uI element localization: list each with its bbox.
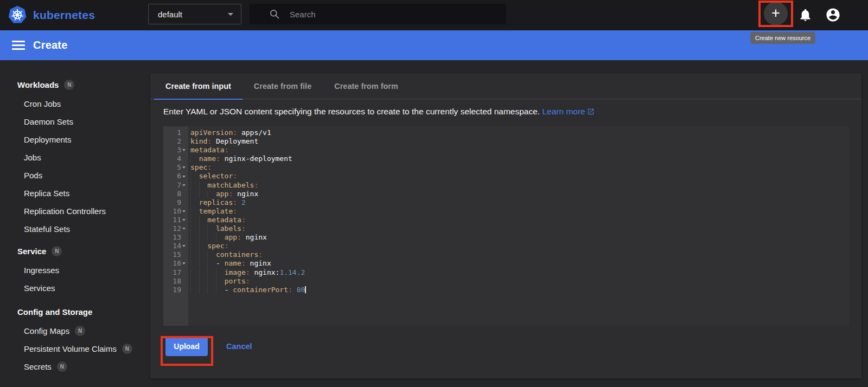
brand-title: kubernetes bbox=[33, 9, 95, 22]
code-line: 1apiVersion: apps/v1 bbox=[163, 128, 849, 137]
sidebar-item-daemon-sets[interactable]: Daemon Sets bbox=[0, 113, 150, 131]
form-actions: Upload Cancel bbox=[165, 337, 861, 356]
fold-arrow-icon[interactable] bbox=[181, 219, 187, 221]
editor-code: 1apiVersion: apps/v12kind: Deployment3me… bbox=[163, 128, 849, 294]
fold-arrow-icon[interactable] bbox=[181, 149, 187, 151]
tab-create-from-input[interactable]: Create from input bbox=[154, 73, 242, 99]
sidebar-item-label: Replication Controllers bbox=[24, 207, 106, 216]
sidebar-item-secrets[interactable]: SecretsN bbox=[0, 358, 150, 376]
sidebar-item-replication-controllers[interactable]: Replication Controllers bbox=[0, 202, 150, 220]
top-header-bar: kubernetes default + bbox=[0, 0, 868, 30]
search-input[interactable] bbox=[290, 10, 485, 19]
fold-arrow-icon[interactable] bbox=[181, 184, 187, 186]
fold-arrow-icon[interactable] bbox=[181, 245, 187, 247]
code-line: 15 containers: bbox=[163, 250, 849, 259]
external-link-icon bbox=[587, 108, 595, 115]
tab-create-from-file[interactable]: Create from file bbox=[242, 73, 323, 99]
notifications-bell-icon[interactable] bbox=[798, 8, 813, 22]
menu-hamburger-icon[interactable] bbox=[12, 38, 25, 52]
line-number: 5 bbox=[177, 163, 181, 172]
code-line: 5spec: bbox=[163, 163, 849, 172]
code-line: 13 app: nginx bbox=[163, 233, 849, 242]
sidebar-section-label: Workloads bbox=[17, 80, 59, 89]
fold-arrow-icon[interactable] bbox=[181, 210, 187, 212]
sidebar-item-label: Replica Sets bbox=[24, 189, 69, 198]
sidebar-item-deployments[interactable]: Deployments bbox=[0, 131, 150, 149]
sidebar-item-label: Jobs bbox=[24, 153, 41, 162]
new-badge: N bbox=[57, 362, 67, 372]
sidebar-item-label: Pods bbox=[24, 171, 42, 180]
code-line: 10 template: bbox=[163, 207, 849, 216]
create-new-resource-button[interactable]: + bbox=[764, 2, 788, 25]
sidebar-item-jobs[interactable]: Jobs bbox=[0, 149, 150, 166]
new-badge: N bbox=[122, 344, 132, 354]
account-avatar-icon[interactable] bbox=[825, 7, 841, 23]
code-line: 14 spec: bbox=[163, 242, 849, 250]
sidebar-nav: WorkloadsNCron JobsDaemon SetsDeployment… bbox=[0, 60, 150, 387]
sidebar-item-label: Cron Jobs bbox=[24, 99, 61, 108]
sidebar-item-replica-sets[interactable]: Replica Sets bbox=[0, 184, 150, 202]
page-title: Create bbox=[33, 39, 67, 51]
cancel-button[interactable]: Cancel bbox=[226, 342, 252, 351]
code-line: 7 matchLabels: bbox=[163, 181, 849, 190]
code-line: 19 - containerPort: 80 bbox=[163, 286, 849, 294]
sidebar-section-service[interactable]: ServiceN bbox=[0, 241, 150, 261]
yaml-editor[interactable]: 1apiVersion: apps/v12kind: Deployment3me… bbox=[163, 126, 849, 326]
sidebar-item-persistent-volume-claims[interactable]: Persistent Volume ClaimsN bbox=[0, 340, 150, 358]
sidebar-item-label: Config Maps bbox=[24, 326, 69, 336]
line-number: 3 bbox=[177, 146, 181, 154]
sidebar-item-label: Ingresses bbox=[24, 266, 59, 275]
sidebar-item-stateful-sets[interactable]: Stateful Sets bbox=[0, 220, 150, 238]
sidebar-item-config-maps[interactable]: Config MapsN bbox=[0, 322, 150, 340]
new-badge: N bbox=[64, 80, 74, 90]
sidebar-section-workloads[interactable]: WorkloadsN bbox=[0, 74, 150, 95]
upload-button[interactable]: Upload bbox=[165, 337, 208, 356]
line-number: 17 bbox=[173, 268, 181, 277]
tooltip-create-new-resource: Create new resource bbox=[750, 32, 815, 44]
sidebar-item-label: Persistent Volume Claims bbox=[24, 344, 117, 353]
fold-arrow-icon[interactable] bbox=[181, 262, 187, 265]
namespace-selector[interactable]: default bbox=[148, 4, 241, 24]
line-number: 4 bbox=[177, 154, 181, 163]
code-line: 2kind: Deployment bbox=[163, 137, 849, 146]
line-number: 2 bbox=[177, 137, 181, 146]
code-line: 16 - name: nginx bbox=[163, 259, 849, 268]
code-line: 18 ports: bbox=[163, 277, 849, 286]
create-tabs: Create from inputCreate from fileCreate … bbox=[150, 73, 861, 99]
search-icon bbox=[269, 9, 280, 20]
sidebar-item-cron-jobs[interactable]: Cron Jobs bbox=[0, 95, 150, 113]
tab-create-from-form[interactable]: Create from form bbox=[323, 73, 410, 99]
new-badge: N bbox=[52, 246, 62, 256]
brand[interactable]: kubernetes bbox=[8, 5, 95, 24]
line-number: 18 bbox=[173, 277, 181, 286]
line-number: 19 bbox=[173, 286, 181, 294]
search-bar[interactable] bbox=[250, 4, 506, 24]
line-number: 13 bbox=[173, 233, 181, 242]
sidebar-item-label: Services bbox=[24, 283, 55, 293]
line-number: 6 bbox=[177, 172, 181, 180]
code-line: 6 selector: bbox=[163, 172, 849, 180]
line-number: 8 bbox=[177, 190, 181, 198]
chevron-down-icon bbox=[228, 13, 233, 16]
sidebar-item-ingresses[interactable]: Ingresses bbox=[0, 261, 150, 279]
sidebar-section-config-and-storage[interactable]: Config and Storage bbox=[0, 301, 150, 322]
code-line: 4 name: nginx-deployment bbox=[163, 154, 849, 163]
sidebar-section-label: Service bbox=[17, 247, 46, 256]
fold-arrow-icon[interactable] bbox=[181, 166, 187, 169]
line-number: 16 bbox=[173, 259, 181, 268]
learn-more-link[interactable]: Learn more bbox=[542, 107, 594, 116]
plus-icon: + bbox=[771, 6, 780, 21]
fold-arrow-icon[interactable] bbox=[181, 228, 187, 230]
new-badge: N bbox=[75, 326, 85, 336]
line-number: 15 bbox=[173, 250, 181, 259]
sidebar-item-pods[interactable]: Pods bbox=[0, 166, 150, 184]
code-line: 17 image: nginx:1.14.2 bbox=[163, 268, 849, 277]
kubernetes-dashboard: kubernetes default + Create new resource bbox=[0, 0, 868, 387]
code-line: 8 app: nginx bbox=[163, 190, 849, 198]
kubernetes-logo-icon bbox=[8, 5, 27, 24]
sidebar-item-services[interactable]: Services bbox=[0, 279, 150, 297]
code-line: 9 replicas: 2 bbox=[163, 198, 849, 207]
fold-arrow-icon[interactable] bbox=[181, 176, 187, 178]
code-line: 11 metadata: bbox=[163, 216, 849, 224]
sidebar-section-label: Config and Storage bbox=[17, 307, 92, 317]
